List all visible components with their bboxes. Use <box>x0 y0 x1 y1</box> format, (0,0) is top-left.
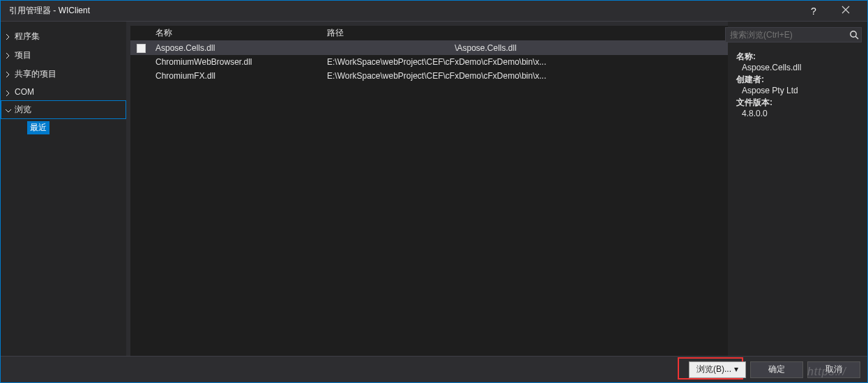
detail-version-label: 文件版本: <box>736 97 859 109</box>
row-name: ChromiumFX.dll <box>151 71 323 81</box>
chevron-down-icon <box>6 106 11 111</box>
window-title: 引用管理器 - WIClient <box>6 5 798 17</box>
sidebar-item-label: 程序集 <box>15 31 40 41</box>
sidebar-item-shared-projects[interactable]: 共享的项目 <box>1 65 126 84</box>
chevron-right-icon <box>5 88 10 94</box>
help-button[interactable]: ? <box>798 1 830 22</box>
reference-table: 名称 路径 Aspose.Cells.dll \Aspose.Cells.dll… <box>130 26 728 356</box>
row-path: \Aspose.Cells.dll <box>323 43 728 53</box>
sidebar-item-label: 项目 <box>15 50 31 60</box>
cancel-button[interactable]: 取消 <box>807 361 860 378</box>
list-area: 名称 路径 Aspose.Cells.dll \Aspose.Cells.dll… <box>130 26 728 356</box>
details-panel: 名称: Aspose.Cells.dll 创建者: Aspose Pty Ltd… <box>728 22 867 356</box>
sidebar-item-com[interactable]: COM <box>1 84 126 100</box>
table-header: 名称 路径 <box>130 26 728 41</box>
sidebar-subitems: 最近 <box>1 119 126 136</box>
dialog-body: 程序集 项目 共享的项目 COM 浏览 最近 <box>1 22 867 356</box>
table-row[interactable]: ChromiumWebBrowser.dll E:\WorkSpace\webP… <box>130 55 728 69</box>
browse-button[interactable]: 浏览(B)...▾ <box>689 361 746 378</box>
chevron-right-icon <box>5 51 10 56</box>
reference-manager-window: 引用管理器 - WIClient ? 程序集 项目 共享的项目 COM <box>0 0 868 383</box>
row-path: E:\WorkSpace\webProject\CEF\cFxDemo\cFxD… <box>323 57 728 67</box>
detail-name-label: 名称: <box>736 51 859 63</box>
sidebar-subitem-recent[interactable]: 最近 <box>27 121 50 134</box>
row-checkbox-cell <box>130 44 151 53</box>
chevron-right-icon <box>5 32 10 38</box>
search-wrap <box>725 27 862 42</box>
sidebar-item-label: COM <box>15 87 34 97</box>
detail-author-label: 创建者: <box>736 74 859 86</box>
dropdown-caret-icon: ▾ <box>734 364 738 374</box>
detail-name-value: Aspose.Cells.dll <box>736 63 859 72</box>
sidebar-item-browse[interactable]: 浏览 <box>1 100 126 119</box>
checkbox[interactable] <box>137 44 146 53</box>
svg-point-0 <box>851 31 856 37</box>
table-row[interactable]: Aspose.Cells.dll \Aspose.Cells.dll <box>130 41 728 55</box>
close-icon <box>842 6 850 16</box>
sidebar-item-projects[interactable]: 项目 <box>1 46 126 65</box>
sidebar-item-label: 共享的项目 <box>15 69 56 79</box>
search-input[interactable] <box>725 27 862 42</box>
titlebar: 引用管理器 - WIClient ? <box>1 1 867 22</box>
main-area: 名称 路径 Aspose.Cells.dll \Aspose.Cells.dll… <box>126 22 867 356</box>
chevron-right-icon <box>5 70 10 75</box>
ok-button[interactable]: 确定 <box>750 361 803 378</box>
column-path[interactable]: 路径 <box>323 27 728 39</box>
browse-button-label: 浏览(B)... <box>696 364 731 374</box>
detail-author-value: Aspose Pty Ltd <box>736 86 859 95</box>
sidebar-item-assemblies[interactable]: 程序集 <box>1 27 126 46</box>
row-name: ChromiumWebBrowser.dll <box>151 57 323 67</box>
dialog-footer: https:// 浏览(B)...▾ 确定 取消 <box>1 356 867 382</box>
search-row <box>736 26 865 44</box>
column-name[interactable]: 名称 <box>151 27 323 39</box>
sidebar: 程序集 项目 共享的项目 COM 浏览 最近 <box>1 22 126 356</box>
table-row[interactable]: ChromiumFX.dll E:\WorkSpace\webProject\C… <box>130 69 728 83</box>
row-name: Aspose.Cells.dll <box>151 43 323 53</box>
close-button[interactable] <box>830 1 862 22</box>
sidebar-item-label: 浏览 <box>15 104 31 114</box>
detail-version-value: 4.8.0.0 <box>736 109 859 118</box>
row-path: E:\WorkSpace\webProject\CEF\cFxDemo\cFxD… <box>323 71 728 81</box>
search-icon[interactable] <box>849 30 859 40</box>
